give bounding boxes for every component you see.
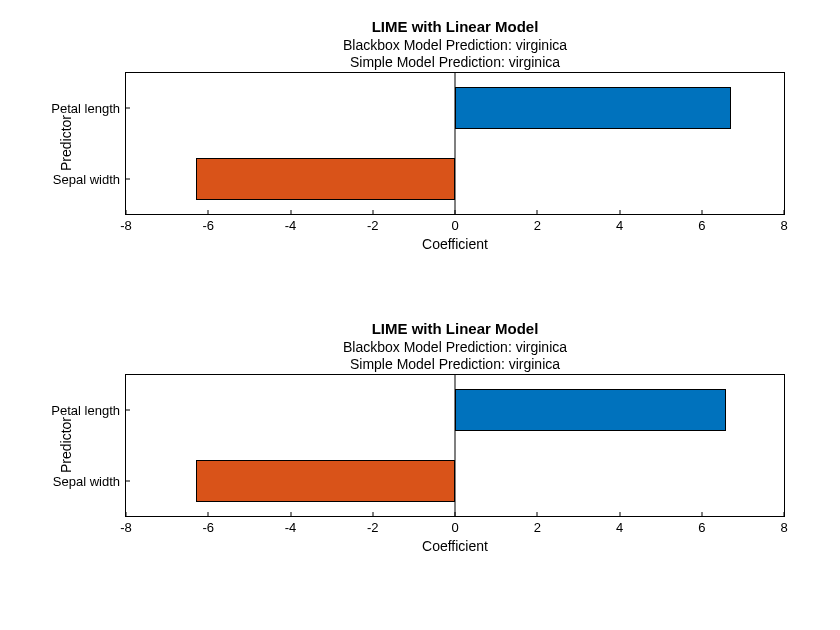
bar — [455, 87, 731, 129]
bar — [455, 389, 726, 431]
x-tick-label: 2 — [534, 218, 541, 233]
x-tick-label: 0 — [451, 218, 458, 233]
x-tick-mark — [372, 512, 373, 517]
chart-title: LIME with Linear Model — [125, 320, 785, 339]
y-axis-label: Predictor — [58, 417, 74, 473]
y-tick-label: Sepal width — [53, 473, 120, 488]
x-tick-label: 8 — [780, 218, 787, 233]
x-tick-mark — [290, 210, 291, 215]
plot-area-1: Predictor Coefficient -8-6-4-202468Petal… — [125, 72, 785, 215]
x-tick-label: -2 — [367, 520, 379, 535]
x-tick-mark — [290, 512, 291, 517]
x-tick-label: 4 — [616, 218, 623, 233]
y-tick-mark — [125, 178, 130, 179]
y-tick-mark — [125, 480, 130, 481]
x-tick-label: 2 — [534, 520, 541, 535]
x-tick-label: -8 — [120, 520, 132, 535]
bar — [196, 460, 455, 502]
chart-panel-1: LIME with Linear Model Blackbox Model Pr… — [125, 18, 785, 215]
chart-titles-2: LIME with Linear Model Blackbox Model Pr… — [125, 320, 785, 374]
y-tick-label: Sepal width — [53, 171, 120, 186]
chart-panel-2: LIME with Linear Model Blackbox Model Pr… — [125, 320, 785, 517]
x-tick-mark — [126, 512, 127, 517]
x-tick-mark — [537, 512, 538, 517]
x-tick-label: -2 — [367, 218, 379, 233]
x-tick-mark — [208, 210, 209, 215]
x-tick-label: 8 — [780, 520, 787, 535]
x-tick-label: 6 — [698, 520, 705, 535]
x-tick-mark — [372, 210, 373, 215]
x-tick-mark — [455, 512, 456, 517]
x-tick-mark — [537, 210, 538, 215]
x-tick-label: -8 — [120, 218, 132, 233]
x-tick-mark — [784, 210, 785, 215]
chart-subtitle-1: Blackbox Model Prediction: virginica — [125, 37, 785, 55]
x-tick-mark — [619, 210, 620, 215]
x-tick-mark — [784, 512, 785, 517]
x-tick-label: -4 — [285, 218, 297, 233]
bar — [196, 158, 455, 200]
x-tick-label: 6 — [698, 218, 705, 233]
x-tick-label: -6 — [202, 218, 214, 233]
x-tick-mark — [619, 512, 620, 517]
x-tick-label: -6 — [202, 520, 214, 535]
chart-titles-1: LIME with Linear Model Blackbox Model Pr… — [125, 18, 785, 72]
x-tick-mark — [701, 512, 702, 517]
chart-subtitle-2: Simple Model Prediction: virginica — [125, 356, 785, 374]
x-tick-label: 4 — [616, 520, 623, 535]
x-tick-mark — [701, 210, 702, 215]
chart-subtitle-2: Simple Model Prediction: virginica — [125, 54, 785, 72]
x-tick-mark — [126, 210, 127, 215]
chart-subtitle-1: Blackbox Model Prediction: virginica — [125, 339, 785, 357]
x-tick-label: 0 — [451, 520, 458, 535]
plot-area-2: Predictor Coefficient -8-6-4-202468Petal… — [125, 374, 785, 517]
y-tick-label: Petal length — [51, 403, 120, 418]
x-tick-label: -4 — [285, 520, 297, 535]
x-tick-mark — [455, 210, 456, 215]
x-axis-label: Coefficient — [422, 538, 488, 554]
y-tick-label: Petal length — [51, 101, 120, 116]
y-tick-mark — [125, 410, 130, 411]
x-tick-mark — [208, 512, 209, 517]
y-axis-label: Predictor — [58, 115, 74, 171]
figure: LIME with Linear Model Blackbox Model Pr… — [0, 0, 840, 630]
x-axis-label: Coefficient — [422, 236, 488, 252]
chart-title: LIME with Linear Model — [125, 18, 785, 37]
y-tick-mark — [125, 108, 130, 109]
